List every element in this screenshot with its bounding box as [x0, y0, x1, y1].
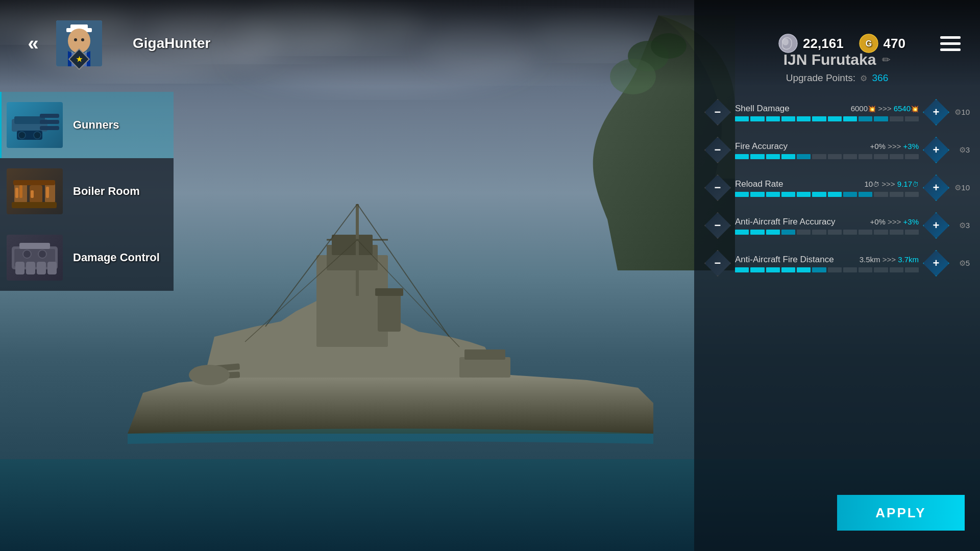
bar-segment: [859, 267, 872, 272]
stats-container: − Shell Damage 6000💥 >>> 6540💥 + ⚙10 −: [704, 99, 970, 288]
bar-segment: [766, 267, 780, 272]
stat-content-0: Shell Damage 6000💥 >>> 6540💥: [735, 104, 919, 121]
bar-segment: [828, 267, 842, 272]
svg-point-62: [23, 250, 31, 258]
svg-rect-61: [19, 243, 50, 249]
menu-button[interactable]: [936, 32, 965, 55]
bar-segment: [781, 154, 795, 159]
svg-rect-57: [15, 262, 24, 274]
svg-point-63: [38, 250, 46, 258]
stat-row-0: − Shell Damage 6000💥 >>> 6540💥 + ⚙10: [704, 99, 970, 126]
stat-name-2: Reload Rate: [735, 179, 783, 189]
stat-cost-2: ⚙10: [949, 183, 970, 192]
bar-segment: [766, 154, 780, 159]
plus-button-0[interactable]: +: [923, 99, 949, 126]
silver-icon: [778, 34, 798, 53]
stat-bar-1: [735, 154, 919, 159]
boiler-icon-box: [2, 158, 68, 224]
bar-segment: [843, 230, 857, 235]
svg-rect-58: [26, 262, 35, 274]
plus-button-2[interactable]: +: [923, 174, 949, 201]
bar-segment: [797, 230, 811, 235]
bar-segment: [859, 116, 872, 121]
bar-segment: [905, 267, 919, 272]
bar-segment: [781, 230, 795, 235]
bar-segment: [735, 116, 749, 121]
gear-icon-2: ⚙: [954, 183, 961, 192]
svg-text:★: ★: [76, 55, 83, 63]
svg-rect-53: [46, 187, 49, 198]
svg-text:G: G: [865, 39, 871, 48]
gear-icon-4: ⚙: [959, 259, 966, 267]
gold-amount: 470: [884, 36, 905, 52]
minus-button-1[interactable]: −: [704, 137, 731, 163]
stat-cost-4: ⚙5: [949, 259, 970, 268]
bar-segment: [843, 267, 857, 272]
stat-values-3: +0% >>> +3%: [870, 217, 919, 226]
plus-button-3[interactable]: +: [923, 212, 949, 239]
svg-point-44: [18, 132, 26, 139]
module-damage-control[interactable]: Damage Control: [0, 224, 174, 291]
plus-button-1[interactable]: +: [923, 137, 949, 163]
minus-button-4[interactable]: −: [704, 250, 731, 277]
gear-icon-1: ⚙: [959, 145, 966, 154]
minus-button-3[interactable]: −: [704, 212, 731, 239]
module-boiler[interactable]: Boiler Room: [0, 158, 174, 224]
bar-segment: [766, 192, 780, 197]
gold-currency: G 470: [859, 34, 905, 53]
stat-values-2: 10⏱ >>> 9.17⏱: [864, 180, 919, 188]
bar-segment: [766, 230, 780, 235]
stat-bar-0: [735, 116, 919, 121]
stat-name-1: Fire Accuracy: [735, 141, 788, 152]
menu-icon: [940, 42, 961, 45]
stat-row-3: − Anti-Aircraft Fire Accuracy +0% >>> +3…: [704, 212, 970, 239]
stat-cost-0: ⚙10: [949, 108, 970, 117]
damage-control-label: Damage Control: [68, 251, 160, 264]
bar-segment: [812, 154, 826, 159]
bar-segment: [905, 116, 919, 121]
plus-button-4[interactable]: +: [923, 250, 949, 277]
stat-values-0: 6000💥 >>> 6540💥: [851, 104, 919, 113]
bar-segment: [797, 267, 811, 272]
stat-name-4: Anti-Aircraft Fire Distance: [735, 255, 834, 265]
bar-segment: [874, 230, 888, 235]
bar-segment: [890, 192, 903, 197]
bar-segment: [781, 267, 795, 272]
apply-button[interactable]: APPLY: [837, 495, 965, 531]
bar-segment: [828, 154, 842, 159]
bar-segment: [905, 230, 919, 235]
stat-cost-1: ⚙3: [949, 145, 970, 155]
stat-cost-3: ⚙3: [949, 221, 970, 230]
back-button[interactable]: «: [15, 28, 51, 59]
gear-icon-0: ⚙: [954, 108, 961, 116]
ship-silhouette: [102, 179, 664, 510]
stat-header-0: Shell Damage 6000💥 >>> 6540💥: [735, 104, 919, 114]
svg-rect-42: [40, 126, 59, 130]
bar-segment: [859, 230, 872, 235]
stat-bar-2: [735, 192, 919, 197]
gunners-icon: [7, 102, 63, 148]
svg-rect-41: [40, 120, 59, 124]
bar-segment: [890, 154, 903, 159]
module-gunners[interactable]: Gunners: [0, 92, 174, 158]
bar-segment: [797, 116, 811, 121]
bar-segment: [905, 192, 919, 197]
bar-segment: [828, 116, 842, 121]
svg-point-45: [34, 132, 41, 139]
minus-button-2[interactable]: −: [704, 174, 731, 201]
gunners-label: Gunners: [68, 118, 119, 132]
menu-icon: [940, 48, 961, 51]
bar-segment: [750, 192, 764, 197]
svg-point-30: [74, 38, 77, 41]
avatar-badge: ★: [68, 48, 90, 70]
svg-point-31: [81, 38, 84, 41]
gear-icon-3: ⚙: [959, 221, 966, 230]
bar-segment: [828, 192, 842, 197]
bar-segment: [735, 230, 749, 235]
stat-name-3: Anti-Aircraft Fire Accuracy: [735, 217, 836, 227]
stat-row-4: − Anti-Aircraft Fire Distance 3.5km >>> …: [704, 250, 970, 277]
svg-rect-49: [13, 180, 55, 185]
svg-rect-22: [464, 349, 505, 360]
minus-button-0[interactable]: −: [704, 99, 731, 126]
avatar-area: ★: [56, 20, 102, 66]
